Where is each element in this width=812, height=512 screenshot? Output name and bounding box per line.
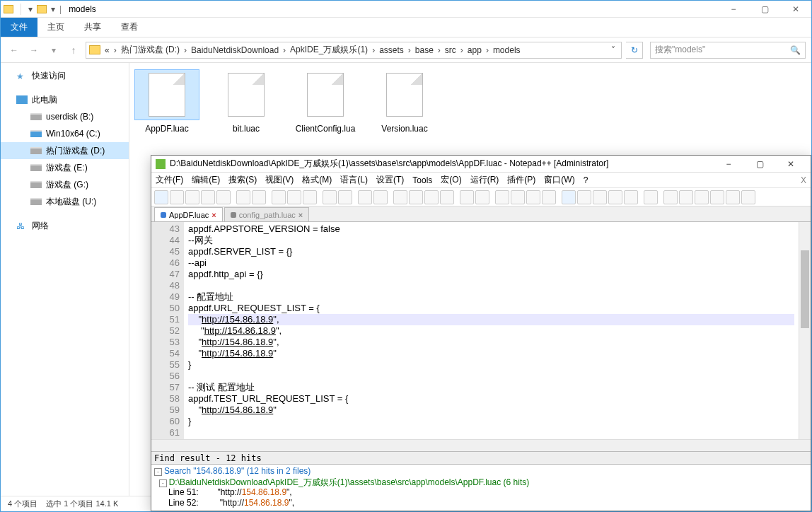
menu-close-icon[interactable]: X — [801, 175, 806, 185]
ribbon-tab-home[interactable]: 主页 — [37, 18, 74, 37]
menu-language[interactable]: 语言(L) — [340, 174, 368, 186]
toolbar-button[interactable] — [644, 190, 658, 204]
sidebar-drive[interactable]: userdisk (B:) — [1, 108, 129, 125]
menu-view[interactable]: 视图(V) — [265, 174, 294, 186]
menu-search[interactable]: 搜索(S) — [228, 174, 257, 186]
menu-plugins[interactable]: 插件(P) — [507, 174, 535, 186]
menu-edit[interactable]: 编辑(E) — [192, 174, 220, 186]
toolbar-button[interactable] — [185, 190, 199, 204]
file-item-selected[interactable]: AppDF.luac — [135, 70, 199, 134]
toolbar-button[interactable] — [679, 190, 693, 204]
find-result-row[interactable]: Line 52: "http://154.86.18.9", — [154, 498, 808, 508]
toolbar-button[interactable] — [287, 190, 301, 204]
breadcrumb-overflow[interactable]: « — [103, 45, 111, 55]
breadcrumb[interactable]: base — [414, 45, 435, 55]
toolbar-button[interactable] — [154, 190, 168, 204]
toolbar-button[interactable] — [373, 190, 388, 204]
breadcrumb[interactable]: models — [492, 45, 522, 55]
toolbar-button[interactable] — [726, 190, 740, 204]
toolbar-button[interactable] — [475, 190, 489, 204]
toolbar-button[interactable] — [542, 190, 556, 204]
scrollbar-thumb[interactable] — [801, 250, 809, 328]
fold-icon[interactable]: - — [154, 468, 162, 476]
back-button[interactable]: ← — [6, 42, 22, 58]
menu-help[interactable]: ? — [584, 175, 588, 185]
menu-tools[interactable]: Tools — [412, 175, 432, 185]
menu-file[interactable]: 文件(F) — [156, 174, 183, 186]
up-button[interactable]: ↑ — [66, 42, 81, 58]
address-dropdown-icon[interactable]: ˅ — [608, 45, 618, 55]
maximize-button[interactable]: ▢ — [749, 1, 780, 17]
minimize-button[interactable]: − — [718, 1, 749, 17]
breadcrumb[interactable]: app — [466, 45, 483, 55]
ribbon-tab-view[interactable]: 查看 — [111, 18, 148, 37]
refresh-button[interactable]: ↻ — [626, 42, 643, 59]
menu-macro[interactable]: 宏(O) — [441, 174, 461, 186]
sidebar-drive[interactable]: 游戏盘 (G:) — [1, 176, 129, 193]
ribbon-tab-share[interactable]: 共享 — [74, 18, 111, 37]
tab-close-icon[interactable]: × — [298, 211, 303, 219]
toolbar-button[interactable] — [323, 190, 337, 204]
npp-titlebar[interactable]: D:\BaiduNetdiskDownload\ApkIDE_万威娱乐(1)\a… — [151, 156, 811, 173]
search-input[interactable]: 搜索"models" 🔍 — [650, 42, 806, 59]
file-item[interactable]: ClientConfig.lua — [294, 70, 357, 134]
find-result-row[interactable]: Line 51: "http://154.86.18.9", — [154, 487, 808, 498]
toolbar-button[interactable] — [624, 190, 638, 204]
toolbar-button[interactable] — [710, 190, 724, 204]
toolbar-button[interactable] — [252, 190, 266, 204]
sidebar-drive-selected[interactable]: 热门游戏盘 (D:) — [1, 142, 129, 159]
code-area[interactable]: appdf.APPSTORE_VERSION = false--网关appdf.… — [184, 222, 799, 439]
toolbar-button[interactable] — [495, 190, 509, 204]
toolbar-button[interactable] — [526, 190, 540, 204]
ribbon-tab-file[interactable]: 文件 — [1, 18, 37, 37]
toolbar-button[interactable] — [695, 190, 709, 204]
toolbar-button[interactable] — [460, 190, 474, 204]
editor-tab-active[interactable]: AppDF.luac× — [154, 207, 223, 221]
maximize-button[interactable]: ▢ — [744, 156, 775, 172]
close-button[interactable]: ✕ — [780, 1, 811, 17]
toolbar-button[interactable] — [440, 190, 454, 204]
recent-dropdown[interactable]: ▾ — [46, 42, 62, 58]
breadcrumb[interactable]: 热门游戏盘 (D:) — [120, 44, 181, 56]
toolbar-button[interactable] — [170, 190, 184, 204]
sidebar-quick-access[interactable]: ★快速访问 — [1, 67, 129, 84]
tab-close-icon[interactable]: × — [211, 211, 216, 219]
file-item[interactable]: bit.luac — [214, 70, 278, 134]
toolbar-button[interactable] — [663, 190, 678, 204]
toolbar-button[interactable] — [338, 190, 352, 204]
minimize-button[interactable]: − — [713, 156, 744, 172]
breadcrumb[interactable]: BaiduNetdiskDownload — [190, 45, 280, 55]
search-icon[interactable]: 🔍 — [790, 45, 801, 55]
toolbar-button[interactable] — [358, 190, 372, 204]
toolbar-button[interactable] — [393, 190, 407, 204]
qat-dropdown-icon[interactable]: ▾ — [28, 4, 33, 14]
editor-tab[interactable]: config_path.luac× — [224, 207, 310, 221]
sidebar-drive[interactable]: Win10x64 (C:) — [1, 125, 129, 142]
menu-run[interactable]: 运行(R) — [470, 174, 499, 186]
qat-dropdown-icon[interactable]: ▾ — [51, 4, 55, 14]
toolbar-button[interactable] — [608, 190, 622, 204]
sidebar-network[interactable]: 🖧网络 — [1, 217, 129, 234]
horizontal-scrollbar[interactable] — [151, 439, 811, 451]
toolbar-button[interactable] — [741, 190, 755, 204]
close-button[interactable]: ✕ — [775, 156, 806, 172]
toolbar-button[interactable] — [409, 190, 423, 204]
toolbar-button[interactable] — [577, 190, 591, 204]
toolbar-button[interactable] — [272, 190, 286, 204]
breadcrumb[interactable]: src — [443, 45, 458, 55]
menu-settings[interactable]: 设置(T) — [376, 174, 404, 186]
menu-format[interactable]: 格式(M) — [302, 174, 332, 186]
code-editor[interactable]: 43444546474849505152535455565758596061 a… — [151, 222, 811, 439]
forward-button[interactable]: → — [26, 42, 42, 58]
toolbar-button[interactable] — [201, 190, 215, 204]
breadcrumb[interactable]: assets — [378, 45, 405, 55]
menu-window[interactable]: 窗口(W) — [544, 174, 574, 186]
vertical-scrollbar[interactable] — [799, 222, 811, 439]
toolbar-button[interactable] — [562, 190, 576, 204]
toolbar-button[interactable] — [216, 190, 231, 204]
sidebar-drive[interactable]: 游戏盘 (E:) — [1, 159, 129, 176]
find-result-panel[interactable]: -Search "154.86.18.9" (12 hits in 2 file… — [151, 464, 811, 511]
breadcrumb[interactable]: ApkIDE_万威娱乐(1) — [289, 44, 369, 56]
sidebar-this-pc[interactable]: 此电脑 — [1, 91, 129, 108]
toolbar-button[interactable] — [593, 190, 607, 204]
